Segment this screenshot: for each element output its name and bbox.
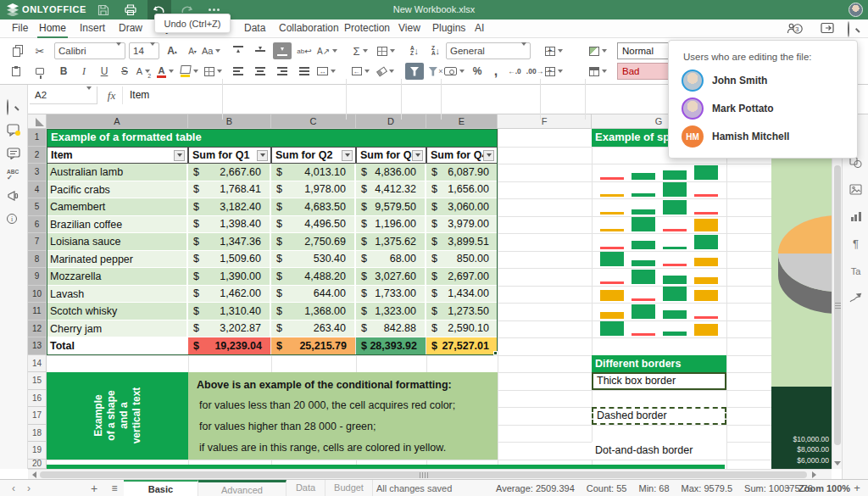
table-cell-value[interactable]: $9,579.50 [356, 198, 426, 216]
sheet-tab-advanced-features[interactable]: Advanced features [198, 480, 287, 496]
table-cell-value[interactable]: $4,013.10 [271, 164, 356, 181]
row-header-6[interactable]: 6 [28, 216, 47, 234]
table-total-cell[interactable]: $28,393.92 [356, 337, 426, 355]
align-right-button[interactable] [273, 63, 292, 80]
menu-tab-protection[interactable]: Protection [342, 20, 392, 38]
horizontal-scroll-thumb[interactable] [40, 471, 807, 478]
sparkline-cell[interactable] [592, 320, 726, 338]
table-cell-value[interactable]: $2,667.60 [188, 164, 271, 181]
table-cell-value[interactable]: $4,488.20 [271, 268, 356, 286]
cut-button[interactable]: ✂ [31, 42, 49, 59]
table-cell-value[interactable]: $3,060.00 [426, 198, 498, 216]
table-cell-value[interactable]: $1,978.00 [271, 181, 356, 199]
table-header-cell[interactable]: Sum for Q2 [271, 147, 356, 164]
menu-tab-plugins[interactable]: Plugins [431, 20, 467, 38]
merge-cells-button[interactable] [317, 63, 336, 80]
chat-icon[interactable] [7, 148, 21, 162]
table-cell-value[interactable]: $1,509.60 [188, 251, 271, 269]
column-header-F[interactable]: F [498, 114, 592, 129]
column-header-B[interactable]: B [188, 114, 271, 129]
select-all-corner[interactable] [28, 114, 47, 129]
table-resize-handle[interactable] [493, 351, 498, 355]
sparkline-cell[interactable] [592, 216, 726, 234]
table-total-cell[interactable]: $19,239.04 [188, 337, 271, 355]
table-cell-item[interactable]: Pacific crabs [47, 181, 188, 199]
sparkline-cell[interactable] [592, 198, 726, 216]
save-button[interactable] [92, 0, 115, 20]
active-users-icon[interactable]: 3 [787, 22, 802, 36]
table-cell-value[interactable]: $1,323.00 [356, 303, 426, 320]
textart-settings-icon[interactable]: Ta [849, 264, 863, 278]
table-cell-value[interactable]: $1,398.40 [188, 216, 271, 234]
text-orientation-button[interactable] [317, 42, 337, 59]
border-demo-dashed[interactable]: Dashed border [592, 407, 726, 425]
table-cell-value[interactable]: $2,750.69 [271, 233, 356, 251]
row-header-14[interactable]: 14 [28, 355, 47, 373]
table-cell-value[interactable]: $2,697.00 [426, 268, 498, 286]
table-header-cell[interactable]: Sum for Q4 [426, 147, 498, 164]
menu-tab-draw[interactable]: Draw [117, 20, 144, 38]
table-header-cell[interactable]: Sum for Q3 [356, 147, 426, 164]
menu-tab-ai[interactable]: AI [473, 20, 486, 38]
sparkline-cell[interactable] [592, 233, 726, 251]
paragraph-settings-icon[interactable]: ¶ [849, 237, 863, 251]
pie-chart[interactable] [771, 147, 832, 384]
bold-button[interactable] [54, 63, 73, 80]
fill-color-button[interactable] [180, 63, 198, 80]
zoom-in-button[interactable]: + [849, 480, 865, 496]
feedback-icon[interactable] [7, 190, 21, 204]
sheet-list-button[interactable]: ≡ [105, 480, 124, 496]
table-cell-value[interactable]: $1,375.62 [356, 233, 426, 251]
row-header-1[interactable]: 1 [28, 129, 47, 147]
search-icon[interactable] [848, 22, 863, 36]
column-header-D[interactable]: D [356, 114, 426, 129]
filter-dropdown-button[interactable] [174, 150, 185, 161]
row-header-13[interactable]: 13 [28, 337, 47, 355]
table-cell-value[interactable]: $3,027.60 [356, 268, 426, 286]
chart-settings-icon[interactable] [849, 209, 863, 224]
borders-demo-title[interactable]: Different borders [592, 355, 726, 373]
insert-cells-button[interactable] [544, 42, 563, 59]
align-center-button[interactable] [251, 63, 270, 80]
sparkline-cell[interactable] [592, 268, 726, 286]
sparkline-cell[interactable] [592, 251, 726, 269]
table-total-label[interactable]: Total [47, 337, 188, 355]
signature-settings-icon[interactable] [849, 291, 863, 305]
row-header-8[interactable]: 8 [28, 251, 47, 269]
comma-style-button[interactable] [487, 63, 505, 80]
conditional-formatting-button[interactable] [588, 42, 607, 59]
sparkline-cell[interactable] [592, 164, 726, 181]
subscript-button[interactable] [134, 63, 153, 80]
table-cell-value[interactable]: $4,412.32 [356, 181, 426, 199]
table-cell-item[interactable]: Scotch whisky [47, 303, 188, 320]
named-ranges-button[interactable] [376, 42, 395, 59]
filter-button[interactable] [405, 63, 424, 80]
filter-dropdown-button[interactable] [483, 150, 494, 161]
search-panel-icon[interactable] [7, 100, 21, 114]
format-painter-button[interactable] [31, 63, 49, 80]
comments-icon[interactable] [7, 124, 21, 138]
print-button[interactable] [119, 0, 142, 20]
row-header-5[interactable]: 5 [28, 198, 47, 216]
underline-button[interactable] [95, 63, 114, 80]
font-color-button[interactable] [156, 63, 175, 80]
table-cell-value[interactable]: $1,196.00 [356, 216, 426, 234]
insert-shift-cells-button[interactable] [351, 63, 370, 80]
row-header-17[interactable]: 17 [28, 407, 47, 425]
table-cell-value[interactable]: $1,347.36 [188, 233, 271, 251]
table-cell-value[interactable]: $1,733.00 [356, 286, 426, 304]
increase-font-button[interactable] [163, 42, 181, 59]
next-sheet-button[interactable]: › [27, 482, 31, 494]
row-header-4[interactable]: 4 [28, 181, 47, 199]
table-cell-value[interactable]: $3,899.51 [426, 233, 498, 251]
table-cell-value[interactable]: $4,496.50 [271, 216, 356, 234]
table-cell-value[interactable]: $263.40 [271, 320, 356, 338]
table-cell-value[interactable]: $6,087.90 [426, 164, 498, 181]
table-cell-item[interactable]: Marinated pepper [47, 251, 188, 269]
image-settings-icon[interactable] [849, 182, 863, 197]
table-cell-item[interactable]: Australian lamb [47, 164, 188, 181]
insert-function-button[interactable]: fx [101, 86, 123, 104]
table-cell-item[interactable]: Loisiana sauce [47, 233, 188, 251]
delete-cells-button[interactable] [544, 63, 563, 80]
row-header-19[interactable]: 19 [28, 442, 47, 460]
